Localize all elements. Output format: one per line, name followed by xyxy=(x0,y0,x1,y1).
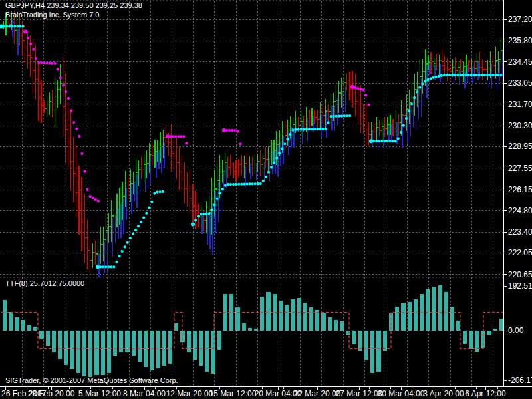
cyan-stop-dots xyxy=(0,24,502,269)
cyan-stop-dots-dot xyxy=(313,128,316,130)
magenta-stop-dots-dot xyxy=(172,135,174,138)
ttf-bar xyxy=(76,331,80,373)
cyan-stop-dots-dot xyxy=(454,74,456,76)
magenta-stop-dots-dot xyxy=(23,30,27,34)
cyan-stop-dots-dot xyxy=(283,142,286,145)
ttf-bar xyxy=(279,301,283,331)
cyan-stop-dots-dot xyxy=(254,182,257,185)
cyan-stop-dots-dot xyxy=(148,206,150,209)
cyan-stop-dots-dot xyxy=(348,114,351,117)
copyright-label: SIGTrader, © 2001-2007 MetaQuotes Softwa… xyxy=(5,376,178,384)
cyan-stop-dots-dot xyxy=(153,192,156,194)
cyan-stop-dots-dot xyxy=(132,233,134,235)
ttf-bar xyxy=(487,331,491,335)
ttf-bar xyxy=(499,319,503,331)
magenta-stop-dots-dot xyxy=(27,37,29,39)
cyan-stop-dots-dot xyxy=(162,190,164,193)
ttf-bar xyxy=(205,331,209,372)
cyan-stop-dots-dot xyxy=(221,188,224,190)
cyan-stop-dots-dot xyxy=(275,156,278,159)
magenta-stop-dots-dot xyxy=(45,61,48,64)
price-axis-labels: 237.20235.80234.45233.05231.70230.30228.… xyxy=(503,15,532,279)
cyan-stop-dots-dot xyxy=(321,128,324,130)
cyan-stop-dots-dot xyxy=(375,140,378,142)
price-axis-label: 220.65 xyxy=(508,270,532,279)
ttf-bar xyxy=(248,328,252,331)
cyan-stop-dots-dot xyxy=(335,115,338,118)
cyan-stop-dots-dot xyxy=(340,114,343,117)
magenta-stop-dots-dot xyxy=(367,104,370,106)
price-axis-label: 224.80 xyxy=(508,206,532,215)
price-axis-label: 223.40 xyxy=(508,227,532,237)
magenta-stop-dots-dot xyxy=(233,129,236,132)
magenta-stop-dots-dot xyxy=(62,84,65,87)
magenta-stop-dots-dot xyxy=(364,94,367,96)
cyan-stop-dots-dot xyxy=(494,74,497,76)
ttf-bar xyxy=(46,331,50,346)
magenta-stop-dots xyxy=(23,30,370,203)
magenta-stop-dots-dot xyxy=(37,61,40,64)
ttf-bar xyxy=(309,307,313,331)
magenta-stop-dots-dot xyxy=(32,48,35,51)
cyan-stop-dots-dot xyxy=(499,74,502,76)
cyan-stop-dots-dot xyxy=(297,128,300,131)
time-axis-label: 3 Apr 20:00 xyxy=(423,389,464,398)
ttf-bar xyxy=(328,317,332,331)
price-axis-label: 237.20 xyxy=(508,15,532,24)
price-axis-label: 230.30 xyxy=(508,121,532,130)
cyan-stop-dots-dot xyxy=(99,265,102,268)
ttf-bar xyxy=(168,331,172,364)
cyan-stop-dots-dot xyxy=(270,166,273,169)
cyan-stop-dots-dot xyxy=(473,74,475,76)
magenta-stop-dots-dot xyxy=(86,188,89,191)
cyan-stop-dots-dot xyxy=(21,25,24,27)
cyan-stop-dots-dot xyxy=(213,203,215,206)
cyan-stop-dots-dot xyxy=(140,221,142,223)
ttf-bar xyxy=(260,297,264,331)
chart-canvas[interactable]: 237.20235.80234.45233.05231.70230.30228.… xyxy=(0,0,532,399)
cyan-stop-dots-dot xyxy=(469,74,472,76)
cyan-stop-dots-dot xyxy=(240,183,243,186)
ttf-bar xyxy=(150,331,154,370)
cyan-stop-dots-dot xyxy=(462,74,464,76)
cyan-stop-dots-dot xyxy=(497,74,499,76)
ttf-bar xyxy=(156,331,160,368)
price-axis-label: 227.55 xyxy=(508,164,532,173)
ttf-bar xyxy=(481,331,485,348)
cyan-stop-dots-dot xyxy=(332,115,335,118)
cyan-stop-dots-dot xyxy=(467,74,469,76)
cyan-stop-dots-dot xyxy=(224,184,227,187)
magenta-stop-dots-dot xyxy=(362,88,364,91)
magenta-stop-dots-dot xyxy=(89,195,92,198)
cyan-stop-dots-dot xyxy=(3,25,5,27)
price-axis-label: 222.05 xyxy=(508,248,532,257)
ttf-bar xyxy=(285,305,289,331)
magenta-stop-dots-dot xyxy=(236,130,239,133)
cyan-stop-dots-dot xyxy=(329,115,332,118)
ttf-bar xyxy=(364,331,368,360)
cyan-stop-dots-dot xyxy=(438,75,440,78)
cyan-stop-dots-dot xyxy=(295,128,297,131)
cyan-stop-dots-dot xyxy=(416,90,418,93)
magenta-stop-dots-dot xyxy=(177,135,180,138)
cyan-stop-dots-dot xyxy=(273,161,275,164)
cyan-stop-dots-dot xyxy=(248,182,251,185)
ttf-axis-labels: 192.51910.00-206.174 xyxy=(503,281,532,385)
cyan-stop-dots-dot xyxy=(327,121,329,124)
cyan-stop-dots-dot xyxy=(107,265,110,268)
cyan-stop-dots-dot xyxy=(481,74,483,76)
cyan-stop-dots-dot xyxy=(207,212,210,215)
magenta-stop-dots-dot xyxy=(80,152,83,155)
cyan-stop-dots-dot xyxy=(232,183,235,186)
cyan-stop-dots-dot xyxy=(319,128,321,130)
cyan-stop-dots-dot xyxy=(451,74,454,76)
cyan-stop-dots-dot xyxy=(142,216,145,219)
ttf-bar xyxy=(82,331,86,376)
ttf-bar xyxy=(94,331,98,375)
cyan-stop-dots-dot xyxy=(281,147,283,150)
ttf-bar xyxy=(438,285,442,331)
price-axis-label: 233.05 xyxy=(508,78,532,88)
cyan-stop-dots-dot xyxy=(194,219,197,221)
ttf-bar xyxy=(408,302,412,331)
cyan-stop-dots-dot xyxy=(475,74,478,76)
